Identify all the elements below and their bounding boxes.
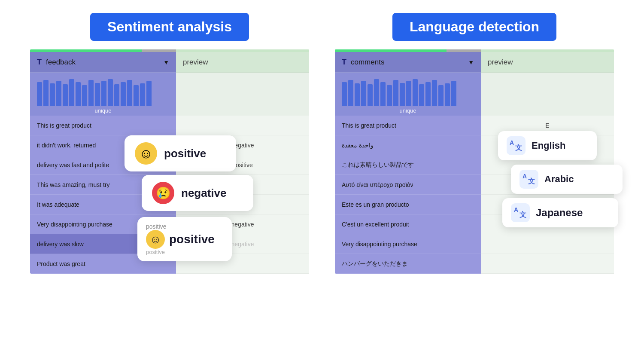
bar-12 [108, 79, 113, 106]
language-col-name: comments [351, 58, 468, 67]
lang-bar-6 [374, 79, 379, 106]
sentiment-row-1: This is great product [30, 116, 176, 135]
language-popups: A 文 English A 文 Arabic [498, 131, 623, 227]
bar-11 [101, 81, 106, 106]
svg-text:文: 文 [519, 211, 526, 218]
lang-bar-13 [419, 84, 424, 106]
lang-bar-14 [425, 82, 431, 106]
bar-7 [76, 82, 81, 106]
translate-icon-arabic: A 文 [519, 170, 538, 189]
language-row-2: واحدة معقدة [335, 135, 481, 155]
lang-bar-11 [406, 81, 411, 106]
language-preview-label: preview [488, 58, 513, 67]
sentiment-right-header: preview [176, 52, 309, 73]
bar-5 [63, 84, 68, 106]
language-right-row-8 [481, 254, 614, 274]
bar-8 [82, 85, 87, 106]
translate-icon-japanese: A 文 [511, 203, 530, 222]
bar-1 [37, 82, 42, 106]
bar-6 [69, 79, 74, 106]
japanese-label: Japanese [536, 207, 583, 219]
language-table: T comments ▼ [335, 49, 614, 274]
popup-bottom-small: positive [146, 223, 166, 230]
sentiment-preview-chart [176, 73, 309, 116]
language-title: Language detection [392, 13, 556, 41]
popup-positive-top: ☺ positive [125, 135, 236, 171]
sentiment-table: T feedback ▼ [30, 49, 309, 274]
sentiment-left-header: T feedback ▼ [30, 52, 176, 73]
language-row-8: ハンバーグをいただきま [335, 254, 481, 274]
language-unique-label: unique [342, 107, 474, 114]
sentiment-bar-chart [37, 78, 169, 106]
popup-japanese: A 文 Japanese [502, 198, 618, 227]
happy-emoji-bottom: ☺ [146, 230, 165, 249]
arabic-label: Arabic [544, 174, 574, 185]
popup-bottom-big: ☺ positive [146, 230, 215, 249]
language-row-1: This is great product [335, 116, 481, 135]
language-dropdown-arrow[interactable]: ▼ [468, 59, 474, 66]
popup-bottom-sub: positive [146, 249, 165, 255]
sentiment-popups: ☺ positive 😢 negative [125, 135, 253, 211]
t-icon-sentiment: T [37, 58, 42, 67]
popup-english: A 文 English [498, 131, 597, 160]
english-label: English [532, 140, 565, 151]
lang-bar-18 [451, 81, 456, 106]
bar-2 [43, 80, 49, 106]
positive-label-top: positive [164, 147, 206, 160]
language-left-column: T comments ▼ [335, 49, 481, 274]
language-rows: This is great product واحدة معقدة これは素晴ら… [335, 116, 481, 274]
sentiment-dropdown-arrow[interactable]: ▼ [163, 59, 169, 66]
language-row-5: Este es un gran producto [335, 195, 481, 214]
sentiment-col-name: feedback [46, 58, 163, 67]
svg-text:A: A [522, 173, 527, 180]
negative-label: negative [181, 187, 227, 200]
lang-bar-5 [368, 84, 373, 106]
lang-bar-3 [355, 83, 360, 106]
bar-18 [146, 81, 152, 106]
language-bar-chart [342, 78, 474, 106]
svg-text:文: 文 [528, 177, 535, 185]
t-icon-language: T [342, 58, 346, 67]
language-right-header: preview [481, 52, 614, 73]
language-row-6: C'est un excellent produit [335, 214, 481, 234]
popup-bottom-big-text: positive [169, 233, 215, 246]
translate-icon-english: A 文 [507, 136, 526, 155]
bar-10 [95, 83, 100, 106]
popup-negative: 😢 negative [142, 175, 253, 211]
lang-bar-8 [387, 85, 392, 106]
lang-bar-16 [438, 85, 444, 106]
bar-13 [114, 84, 119, 106]
bar-3 [50, 83, 55, 106]
bar-15 [127, 80, 132, 106]
lang-bar-12 [413, 79, 418, 106]
lang-bar-10 [400, 83, 405, 106]
svg-text:A: A [510, 139, 514, 146]
lang-bar-9 [393, 80, 398, 106]
language-right-row-7 [481, 234, 614, 254]
sentiment-unique-label: unique [37, 107, 169, 114]
bar-9 [88, 80, 94, 106]
language-row-7: Very disappointing purchase [335, 234, 481, 254]
sad-emoji: 😢 [152, 182, 174, 204]
sentiment-panel: Sentiment analysis T feedback ▼ [30, 13, 309, 274]
sentiment-preview-label: preview [183, 58, 208, 67]
sentiment-title: Sentiment analysis [90, 13, 249, 41]
sentiment-bar-chart-area: unique [30, 73, 176, 116]
lang-bar-15 [432, 80, 437, 106]
language-row-4: Αυτό είναι υπέροχο προϊόν [335, 175, 481, 195]
lang-bar-1 [342, 82, 347, 106]
main-container: Sentiment analysis T feedback ▼ [17, 13, 627, 274]
bar-17 [140, 83, 145, 106]
lang-bar-7 [380, 82, 386, 106]
popup-arabic: A 文 Arabic [511, 165, 623, 194]
language-left-header: T comments ▼ [335, 52, 481, 73]
happy-emoji-top: ☺ [135, 142, 157, 165]
language-panel: Language detection T comments ▼ [335, 13, 614, 274]
bar-4 [56, 81, 61, 106]
lang-bar-17 [445, 83, 450, 106]
popup-positive-bottom: positive ☺ positive positive [137, 217, 232, 261]
svg-text:A: A [514, 206, 518, 213]
language-preview-chart [481, 73, 614, 116]
language-bar-chart-area: unique [335, 73, 481, 116]
svg-text:文: 文 [515, 144, 522, 151]
